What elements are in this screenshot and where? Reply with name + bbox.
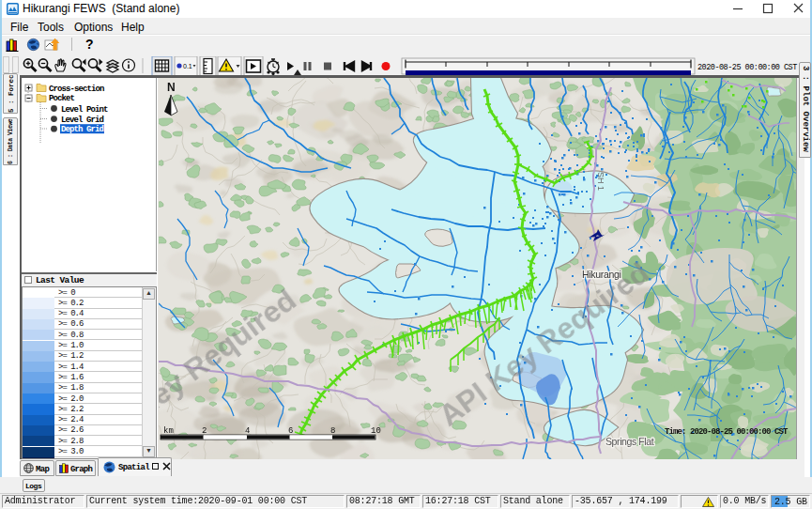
svg-text:Level Grid: Level Grid: [61, 116, 104, 125]
svg-text:SH 1: SH 1: [596, 172, 605, 191]
svg-text:km: km: [163, 426, 174, 436]
svg-text:Springs Flat: Springs Flat: [605, 436, 654, 447]
svg-text:N: N: [167, 81, 176, 94]
svg-text:Pocket: Pocket: [49, 94, 75, 103]
svg-text:2: 2: [202, 426, 207, 436]
svg-text:Time: 2020-08-25 00:00:00 CST: Time: 2020-08-25 00:00:00 CST: [665, 427, 789, 437]
svg-text:0.1: 0.1: [183, 63, 192, 69]
svg-text:8: 8: [330, 426, 335, 436]
svg-text:Level Point: Level Point: [61, 105, 108, 115]
svg-text:2020-08-25 00:00:00 CST: 2020-08-25 00:00:00 CST: [697, 63, 797, 72]
svg-text:10: 10: [371, 426, 381, 436]
svg-text:Depth Grid: Depth Grid: [61, 125, 104, 134]
svg-text:6: 6: [288, 426, 293, 436]
svg-text:Cross-section: Cross-section: [49, 85, 104, 94]
svg-text:4: 4: [245, 426, 250, 436]
